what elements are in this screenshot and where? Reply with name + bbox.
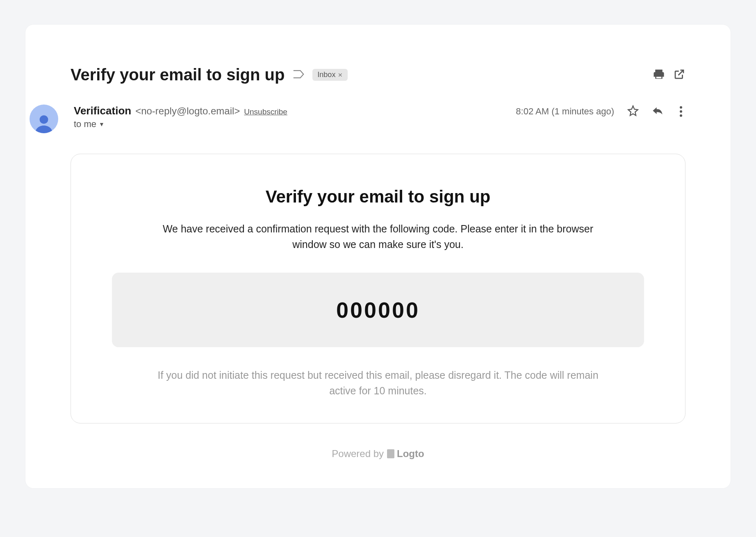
- footer: Powered by Logto: [71, 448, 685, 460]
- svg-point-0: [40, 115, 48, 124]
- brand-link[interactable]: Logto: [387, 448, 424, 460]
- body-title: Verify your email to sign up: [112, 187, 644, 207]
- recipient-dropdown[interactable]: to me ▼: [74, 119, 504, 130]
- sender-name: Verification: [74, 105, 131, 117]
- body-note: If you did not initiate this request but…: [153, 368, 603, 398]
- timestamp: 8:02 AM (1 minutes ago): [516, 106, 614, 117]
- open-new-window-icon[interactable]: [673, 68, 685, 82]
- sender-info: Verification <no-reply@logto.email> Unsu…: [74, 105, 504, 130]
- recipient-label: to me: [74, 119, 96, 130]
- sender-email: <no-reply@logto.email>: [135, 105, 240, 117]
- label-arrow-icon[interactable]: [293, 70, 304, 80]
- subject-row: Verify your email to sign up Inbox ✕: [71, 66, 685, 84]
- star-icon[interactable]: [627, 105, 639, 118]
- email-card: Verify your email to sign up Inbox ✕: [25, 25, 731, 488]
- inbox-chip[interactable]: Inbox ✕: [312, 69, 348, 81]
- reply-icon[interactable]: [652, 105, 663, 118]
- meta-actions: 8:02 AM (1 minutes ago): [516, 105, 685, 118]
- logto-icon: [387, 449, 394, 458]
- print-icon[interactable]: [653, 68, 665, 82]
- sender-row: Verification <no-reply@logto.email> Unsu…: [71, 105, 685, 133]
- email-body: Verify your email to sign up We have rec…: [71, 154, 685, 423]
- unsubscribe-link[interactable]: Unsubscribe: [244, 107, 287, 116]
- email-subject: Verify your email to sign up: [71, 66, 285, 84]
- inbox-chip-remove-icon[interactable]: ✕: [338, 72, 343, 78]
- verification-code: 000000: [112, 273, 644, 347]
- brand-name: Logto: [397, 448, 424, 460]
- chevron-down-icon: ▼: [99, 121, 105, 127]
- avatar[interactable]: [30, 105, 58, 133]
- inbox-chip-label: Inbox: [317, 71, 335, 79]
- powered-by-label: Powered by: [332, 448, 384, 460]
- more-options-icon[interactable]: [676, 105, 685, 118]
- body-description: We have received a confirmation request …: [153, 221, 603, 252]
